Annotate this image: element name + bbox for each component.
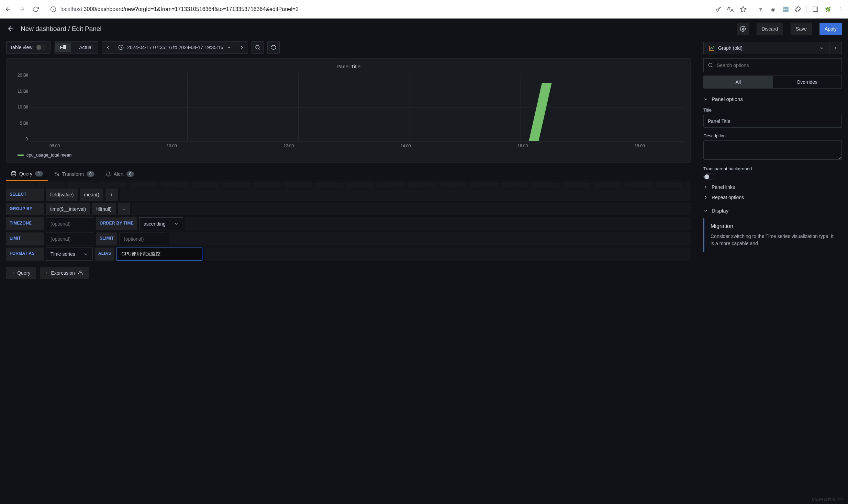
groupby-add-button[interactable]: + (118, 203, 130, 215)
clock-icon (118, 45, 124, 50)
warning-icon (78, 270, 83, 276)
query-tabs: Query 1 Transform 0 Alert 0 (6, 168, 691, 181)
tab-overrides[interactable]: Overrides (773, 76, 842, 88)
alias-input[interactable] (116, 248, 202, 261)
profile-icon[interactable]: 🌿 (824, 5, 832, 13)
timezone-input[interactable]: (optional) (46, 217, 94, 230)
chart-panel: Panel Title 20 Bil 15 Bil 10 Bil 5 Bil 0… (6, 58, 691, 163)
chevron-right-icon (703, 195, 708, 200)
migration-notice: Migration Consider switching to the Time… (703, 218, 842, 252)
svg-rect-11 (55, 172, 56, 174)
svg-point-5 (840, 9, 840, 9)
viz-expand-button[interactable] (829, 42, 842, 54)
slimit-input[interactable]: (optional) (119, 232, 167, 245)
viz-picker-label: Graph (old) (718, 45, 743, 51)
transparent-bg-label: Transparent background (703, 166, 842, 171)
time-next-button[interactable] (236, 41, 248, 54)
translate-icon[interactable] (727, 5, 735, 13)
tab-alert[interactable]: Alert 0 (101, 168, 139, 181)
migration-title: Migration (711, 223, 836, 229)
chart-legend[interactable]: cpu_usage_total.mean (18, 152, 684, 158)
x-axis: 08:00 10:00 12:00 14:00 16:00 18:00 (30, 141, 684, 148)
options-tabs: All Overrides (703, 76, 842, 89)
time-range-button[interactable]: 2024-04-17 07:35:16 to 2024-04-17 19:35:… (114, 41, 235, 54)
groupby-label[interactable]: GROUP BY (6, 203, 44, 215)
discard-button[interactable]: Discard (757, 23, 783, 35)
apply-button[interactable]: Apply (819, 23, 842, 35)
back-arrow-icon[interactable] (6, 24, 16, 34)
add-query-button[interactable]: + Query (6, 267, 36, 279)
chevron-down-icon (703, 97, 708, 102)
chevron-right-icon (703, 185, 708, 190)
options-sidebar: Graph (old) All Overrides Panel options … (697, 39, 848, 504)
formatas-select[interactable]: Time series (46, 248, 93, 261)
chevron-down-icon (819, 46, 824, 50)
fill-null-chip[interactable]: fill(null) (92, 203, 115, 215)
graph-icon (708, 45, 715, 51)
table-view-toggle[interactable]: Table view (6, 41, 51, 54)
back-icon[interactable] (4, 5, 12, 13)
title-input[interactable] (703, 115, 842, 128)
panel-toolbar: Table view Fill Actual 2024-04-17 07:35:… (6, 39, 691, 56)
star-icon[interactable] (739, 5, 747, 13)
search-options-input[interactable] (717, 62, 837, 68)
tab-query[interactable]: Query 1 (6, 168, 48, 181)
display-section[interactable]: Display (703, 208, 842, 214)
orderby-select[interactable]: ascending (139, 217, 183, 230)
time-range-text: 2024-04-17 07:35:16 to 2024-04-17 19:35:… (127, 45, 223, 50)
ext-gtranslate-icon[interactable]: 🔤 (782, 5, 789, 13)
panel-links-section[interactable]: Panel links (703, 184, 842, 190)
formatas-label[interactable]: FORMAT AS (6, 248, 44, 261)
svg-rect-3 (813, 7, 818, 12)
viz-picker-button[interactable]: Graph (old) (703, 42, 829, 54)
ext-v-icon[interactable]: ▼ (757, 5, 765, 13)
reload-icon[interactable] (32, 5, 40, 13)
chevron-down-icon (174, 221, 179, 226)
title-label: Title (703, 107, 842, 113)
panel-options-section[interactable]: Panel options (703, 96, 842, 102)
select-add-button[interactable]: + (105, 188, 118, 201)
svg-point-1 (716, 9, 718, 11)
ext-chrome-icon[interactable]: ◉ (769, 5, 777, 13)
tab-transform[interactable]: Transform 0 (49, 168, 99, 181)
legend-swatch-icon (18, 154, 24, 156)
repeat-options-section[interactable]: Repeat options (703, 195, 842, 200)
url-text: localhost:3000/dashboard/new?orgId=1&fro… (60, 6, 299, 12)
app-header: New dashboard / Edit Panel Discard Save … (0, 19, 848, 39)
fill-button[interactable]: Fill (55, 43, 71, 52)
timezone-label[interactable]: TIMEZONE (6, 217, 44, 230)
search-options[interactable] (703, 58, 842, 72)
panel-title: Panel Title (13, 62, 684, 73)
time-interval-chip[interactable]: time($__interval) (46, 203, 90, 215)
svg-marker-2 (740, 6, 746, 12)
toggle-icon (36, 44, 47, 50)
alias-label[interactable]: ALIAS (95, 248, 115, 261)
tab-all[interactable]: All (704, 76, 773, 88)
actual-button[interactable]: Actual (74, 43, 97, 52)
sidepanel-icon[interactable] (812, 5, 819, 13)
add-expression-button[interactable]: + Expression (40, 267, 88, 279)
url-bar[interactable]: localhost:3000/dashboard/new?orgId=1&fro… (45, 5, 709, 13)
field-value-chip[interactable]: field(value) (46, 188, 78, 201)
query-header-strip (6, 182, 691, 188)
save-button[interactable]: Save (791, 23, 812, 35)
bell-icon (105, 171, 111, 177)
extensions-icon[interactable] (794, 5, 802, 13)
mean-chip[interactable]: mean() (80, 188, 103, 201)
limit-input[interactable]: (optional) (46, 232, 94, 245)
settings-button[interactable] (737, 23, 749, 35)
migration-body: Consider switching to the Time series vi… (711, 233, 836, 247)
zoom-out-button[interactable] (252, 41, 264, 54)
select-label[interactable]: SELECT (6, 188, 44, 201)
menu-icon[interactable] (836, 5, 844, 13)
orderby-label[interactable]: ORDER BY TIME (96, 217, 137, 230)
chart-grid[interactable] (30, 73, 684, 141)
forward-icon[interactable] (18, 5, 26, 13)
transparent-bg-toggle[interactable] (703, 173, 714, 180)
description-input[interactable] (703, 140, 842, 160)
time-prev-button[interactable] (102, 41, 114, 54)
key-icon[interactable] (715, 5, 722, 13)
slimit-label[interactable]: SLIMIT (96, 232, 117, 245)
refresh-button[interactable] (267, 41, 280, 54)
limit-label[interactable]: LIMIT (6, 232, 44, 245)
